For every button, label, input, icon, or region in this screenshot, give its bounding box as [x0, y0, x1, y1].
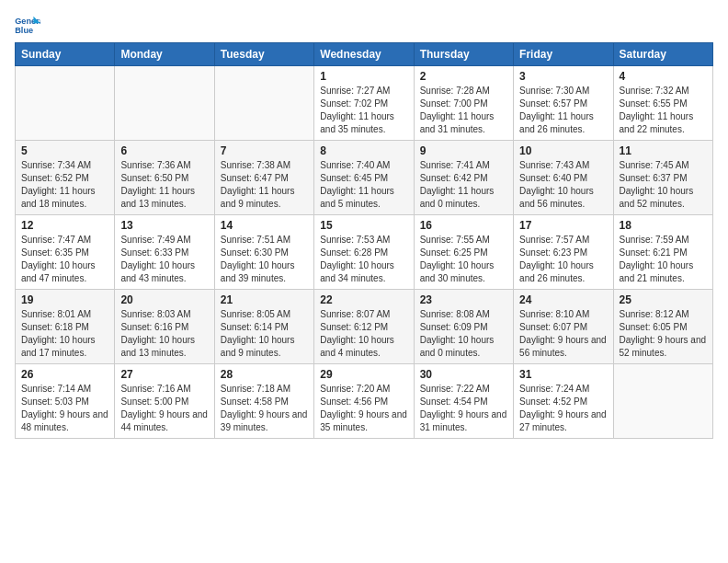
day-detail: Sunrise: 8:01 AM Sunset: 6:18 PM Dayligh…: [21, 308, 108, 360]
column-header-sunday: Sunday: [16, 43, 115, 66]
calendar-cell: 23Sunrise: 8:08 AM Sunset: 6:09 PM Dayli…: [414, 290, 513, 364]
day-detail: Sunrise: 8:12 AM Sunset: 6:05 PM Dayligh…: [620, 308, 707, 360]
day-number: 13: [120, 219, 208, 232]
day-detail: Sunrise: 7:45 AM Sunset: 6:37 PM Dayligh…: [620, 159, 707, 211]
day-detail: Sunrise: 8:10 AM Sunset: 6:07 PM Dayligh…: [519, 308, 607, 360]
day-number: 3: [519, 70, 607, 83]
calendar-cell: 15Sunrise: 7:53 AM Sunset: 6:28 PM Dayli…: [314, 215, 414, 290]
day-detail: Sunrise: 7:30 AM Sunset: 6:57 PM Dayligh…: [519, 85, 607, 136]
day-number: 18: [620, 219, 707, 232]
day-detail: Sunrise: 7:16 AM Sunset: 5:00 PM Dayligh…: [120, 383, 208, 434]
day-detail: Sunrise: 7:14 AM Sunset: 5:03 PM Dayligh…: [21, 383, 108, 434]
day-number: 8: [320, 144, 407, 157]
day-number: 17: [519, 219, 607, 232]
day-detail: Sunrise: 7:18 AM Sunset: 4:58 PM Dayligh…: [221, 383, 308, 434]
day-detail: Sunrise: 7:34 AM Sunset: 6:52 PM Dayligh…: [21, 159, 108, 211]
calendar-cell: 28Sunrise: 7:18 AM Sunset: 4:58 PM Dayli…: [214, 364, 313, 439]
day-number: 26: [21, 368, 108, 381]
day-detail: Sunrise: 7:59 AM Sunset: 6:21 PM Dayligh…: [620, 234, 707, 285]
calendar-cell: 4Sunrise: 7:32 AM Sunset: 6:55 PM Daylig…: [613, 66, 712, 141]
calendar-cell: 19Sunrise: 8:01 AM Sunset: 6:18 PM Dayli…: [16, 290, 115, 364]
calendar-cell: 18Sunrise: 7:59 AM Sunset: 6:21 PM Dayli…: [613, 215, 712, 290]
calendar-cell: 29Sunrise: 7:20 AM Sunset: 4:56 PM Dayli…: [314, 364, 414, 439]
calendar-cell: 11Sunrise: 7:45 AM Sunset: 6:37 PM Dayli…: [613, 141, 712, 215]
day-number: 1: [320, 70, 407, 83]
calendar-cell: [115, 66, 214, 141]
column-header-friday: Friday: [514, 43, 613, 66]
day-number: 10: [519, 144, 607, 157]
calendar-cell: 10Sunrise: 7:43 AM Sunset: 6:40 PM Dayli…: [514, 141, 613, 215]
day-detail: Sunrise: 7:55 AM Sunset: 6:25 PM Dayligh…: [420, 234, 507, 285]
day-detail: Sunrise: 7:20 AM Sunset: 4:56 PM Dayligh…: [320, 383, 407, 434]
day-number: 27: [120, 368, 208, 381]
day-detail: Sunrise: 7:28 AM Sunset: 7:00 PM Dayligh…: [420, 85, 507, 136]
day-number: 20: [120, 293, 208, 306]
logo: General Blue: [15, 15, 44, 35]
day-detail: Sunrise: 7:40 AM Sunset: 6:45 PM Dayligh…: [320, 159, 407, 211]
day-number: 16: [420, 219, 507, 232]
day-detail: Sunrise: 7:53 AM Sunset: 6:28 PM Dayligh…: [320, 234, 407, 285]
calendar-cell: 22Sunrise: 8:07 AM Sunset: 6:12 PM Dayli…: [314, 290, 414, 364]
day-number: 29: [320, 368, 407, 381]
column-header-wednesday: Wednesday: [314, 43, 414, 66]
calendar-cell: 1Sunrise: 7:27 AM Sunset: 7:02 PM Daylig…: [314, 66, 414, 141]
day-number: 24: [519, 293, 607, 306]
day-number: 6: [120, 144, 208, 157]
day-detail: Sunrise: 7:27 AM Sunset: 7:02 PM Dayligh…: [320, 85, 407, 136]
logo-icon: General Blue: [15, 15, 40, 35]
calendar-cell: 5Sunrise: 7:34 AM Sunset: 6:52 PM Daylig…: [16, 141, 115, 215]
calendar-cell: 12Sunrise: 7:47 AM Sunset: 6:35 PM Dayli…: [16, 215, 115, 290]
calendar-cell: 25Sunrise: 8:12 AM Sunset: 6:05 PM Dayli…: [613, 290, 712, 364]
day-number: 7: [221, 144, 308, 157]
calendar-cell: [214, 66, 313, 141]
day-detail: Sunrise: 8:08 AM Sunset: 6:09 PM Dayligh…: [420, 308, 507, 360]
day-detail: Sunrise: 7:49 AM Sunset: 6:33 PM Dayligh…: [120, 234, 208, 285]
calendar-table: SundayMondayTuesdayWednesdayThursdayFrid…: [15, 42, 713, 439]
day-detail: Sunrise: 8:03 AM Sunset: 6:16 PM Dayligh…: [120, 308, 208, 360]
day-number: 9: [420, 144, 507, 157]
day-detail: Sunrise: 7:41 AM Sunset: 6:42 PM Dayligh…: [420, 159, 507, 211]
day-number: 5: [21, 144, 108, 157]
day-number: 31: [519, 368, 607, 381]
day-number: 14: [221, 219, 308, 232]
column-header-tuesday: Tuesday: [214, 43, 313, 66]
column-header-thursday: Thursday: [414, 43, 513, 66]
calendar-cell: 30Sunrise: 7:22 AM Sunset: 4:54 PM Dayli…: [414, 364, 513, 439]
day-detail: Sunrise: 7:24 AM Sunset: 4:52 PM Dayligh…: [519, 383, 607, 434]
day-number: 11: [620, 144, 707, 157]
calendar-cell: 20Sunrise: 8:03 AM Sunset: 6:16 PM Dayli…: [115, 290, 214, 364]
day-detail: Sunrise: 7:22 AM Sunset: 4:54 PM Dayligh…: [420, 383, 507, 434]
calendar-cell: 8Sunrise: 7:40 AM Sunset: 6:45 PM Daylig…: [314, 141, 414, 215]
day-number: 23: [420, 293, 507, 306]
day-number: 4: [620, 70, 707, 83]
svg-text:Blue: Blue: [15, 26, 33, 35]
day-number: 28: [221, 368, 308, 381]
day-number: 12: [21, 219, 108, 232]
calendar-cell: [613, 364, 712, 439]
day-detail: Sunrise: 7:43 AM Sunset: 6:40 PM Dayligh…: [519, 159, 607, 211]
day-detail: Sunrise: 7:51 AM Sunset: 6:30 PM Dayligh…: [221, 234, 308, 285]
calendar-cell: 17Sunrise: 7:57 AM Sunset: 6:23 PM Dayli…: [514, 215, 613, 290]
calendar-cell: 7Sunrise: 7:38 AM Sunset: 6:47 PM Daylig…: [214, 141, 313, 215]
calendar-cell: 24Sunrise: 8:10 AM Sunset: 6:07 PM Dayli…: [514, 290, 613, 364]
day-detail: Sunrise: 7:36 AM Sunset: 6:50 PM Dayligh…: [120, 159, 208, 211]
column-header-monday: Monday: [115, 43, 214, 66]
day-number: 30: [420, 368, 507, 381]
day-number: 25: [620, 293, 707, 306]
day-detail: Sunrise: 8:07 AM Sunset: 6:12 PM Dayligh…: [320, 308, 407, 360]
day-detail: Sunrise: 7:38 AM Sunset: 6:47 PM Dayligh…: [221, 159, 308, 211]
calendar-cell: 3Sunrise: 7:30 AM Sunset: 6:57 PM Daylig…: [514, 66, 613, 141]
calendar-cell: 27Sunrise: 7:16 AM Sunset: 5:00 PM Dayli…: [115, 364, 214, 439]
column-header-saturday: Saturday: [613, 43, 712, 66]
day-number: 15: [320, 219, 407, 232]
calendar-cell: 31Sunrise: 7:24 AM Sunset: 4:52 PM Dayli…: [514, 364, 613, 439]
calendar-cell: 21Sunrise: 8:05 AM Sunset: 6:14 PM Dayli…: [214, 290, 313, 364]
day-detail: Sunrise: 8:05 AM Sunset: 6:14 PM Dayligh…: [221, 308, 308, 360]
calendar-cell: [16, 66, 115, 141]
calendar-cell: 16Sunrise: 7:55 AM Sunset: 6:25 PM Dayli…: [414, 215, 513, 290]
day-number: 21: [221, 293, 308, 306]
calendar-cell: 14Sunrise: 7:51 AM Sunset: 6:30 PM Dayli…: [214, 215, 313, 290]
calendar-cell: 9Sunrise: 7:41 AM Sunset: 6:42 PM Daylig…: [414, 141, 513, 215]
calendar-cell: 6Sunrise: 7:36 AM Sunset: 6:50 PM Daylig…: [115, 141, 214, 215]
calendar-cell: 2Sunrise: 7:28 AM Sunset: 7:00 PM Daylig…: [414, 66, 513, 141]
